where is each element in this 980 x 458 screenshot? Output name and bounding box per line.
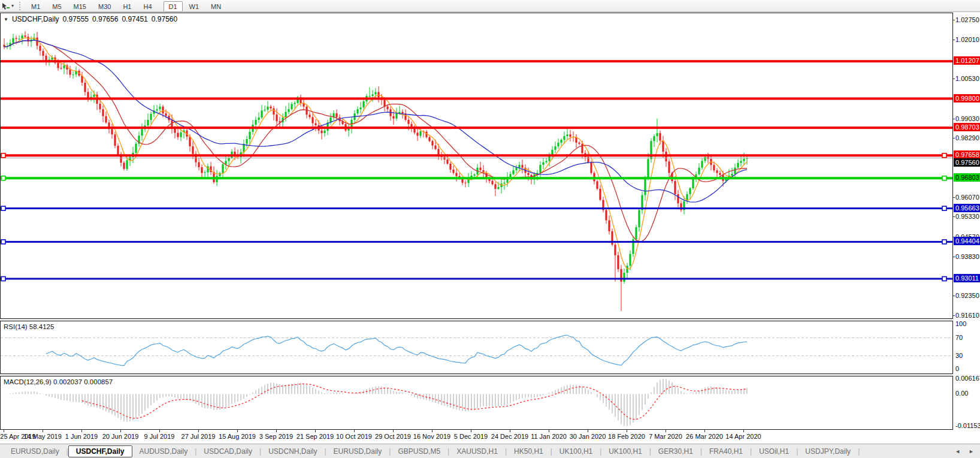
chart-tab-hk50-h1[interactable]: HK50,H1 (507, 446, 551, 457)
chart-tab-ger30-h1[interactable]: GER30,H1 (651, 446, 700, 457)
axis-tick-mark (952, 197, 955, 198)
time-axis-label: 9 Jul 2019 (144, 433, 175, 440)
main-chart-panel[interactable]: ▼ USDCHF,Daily 0.97555 0.97656 0.97451 0… (0, 13, 953, 319)
chart-tab-fra40-h1[interactable]: FRA40,H1 (702, 446, 750, 457)
time-axis-label: 10 Oct 2019 (336, 433, 372, 440)
rsi-canvas[interactable] (1, 321, 952, 373)
chart-tab-usdchf-daily[interactable]: USDCHF,Daily (68, 445, 132, 457)
tab-scroll-controls: ◄ ► (955, 448, 974, 454)
chart-tab-eurusd-daily[interactable]: EURUSD,Daily (326, 446, 389, 457)
hline-price-label[interactable]: 0.95663 (954, 204, 980, 212)
hline-price-label[interactable]: 0.98703 (954, 123, 980, 131)
hline-price-label[interactable]: 0.96803 (954, 173, 980, 182)
chart-tab-usdjpy-daily[interactable]: USDJPY,Daily (798, 446, 858, 457)
time-axis-label: 27 Jul 2019 (182, 433, 216, 440)
crosshair-tool-icon[interactable] (1, 2, 11, 10)
timeframe-button-m5[interactable]: M5 (47, 1, 66, 12)
time-tick-mark (4, 430, 4, 432)
time-axis-label: 14 May 2019 (23, 433, 62, 440)
chart-symbol-label: USDCHF,Daily (12, 15, 59, 23)
main-chart-canvas[interactable] (1, 13, 952, 318)
tab-scroll-left-icon[interactable]: ◄ (955, 448, 960, 454)
tabs-holder: EURUSD,Daily|USDCHF,DailyAUDUSD,Daily|US… (4, 445, 860, 457)
time-axis-label: 1 Jun 2019 (65, 433, 98, 440)
price-axis-tick: 0.99030 (955, 115, 979, 122)
time-tick-mark (549, 430, 549, 432)
rsi-scale-label: 0 (955, 365, 959, 372)
macd-canvas[interactable] (1, 376, 952, 429)
axis-tick-mark (952, 119, 955, 119)
macd-scale-label: -0.011533 (955, 422, 980, 429)
price-axis-tick: 1.00530 (955, 75, 979, 82)
timeframe-button-w1[interactable]: W1 (184, 1, 205, 12)
rsi-scale-label: 100 (955, 320, 966, 327)
price-axis-tick: 0.96070 (955, 194, 979, 201)
time-tick-mark (354, 430, 355, 432)
rsi-line-layer (1, 335, 952, 366)
axis-tick-mark (952, 79, 955, 79)
timeframe-button-m15[interactable]: M15 (68, 1, 92, 12)
time-tick-mark (120, 430, 121, 432)
ohlc-close: 0.97560 (152, 15, 177, 23)
axis-tick-mark (952, 257, 955, 257)
hline-price-label[interactable]: 1.01207 (954, 56, 980, 65)
timeframe-button-m30[interactable]: M30 (93, 1, 116, 12)
chart-tab-audusd-daily[interactable]: AUDUSD,Daily (132, 446, 195, 457)
toolbar-grip[interactable] (19, 2, 22, 10)
ohlc-low: 0.97451 (122, 15, 147, 23)
time-axis-label: 30 Jan 2020 (570, 433, 606, 440)
chart-tab-usoil-h1[interactable]: USOil,H1 (752, 446, 796, 457)
tab-divider: | (858, 447, 860, 456)
time-axis-label: 15 Aug 2019 (219, 433, 256, 440)
chart-tab-usdcnh-daily[interactable]: USDCNH,Daily (261, 446, 324, 457)
time-axis[interactable]: 25 Apr 2019 14 May 2019 1 Jun 2019 20 Ju… (0, 430, 954, 444)
chart-tab-eurusd-daily[interactable]: EURUSD,Daily (4, 446, 66, 457)
timeframe-button-h1[interactable]: H1 (117, 1, 137, 12)
hline-price-label[interactable]: 0.93011 (954, 274, 980, 282)
chart-tab-uk100-h1[interactable]: UK100,H1 (552, 446, 600, 457)
chart-tab-uk100-h1[interactable]: UK100,H1 (601, 446, 649, 457)
time-tick-mark (276, 430, 277, 432)
time-axis-label: 18 Feb 2020 (608, 433, 645, 440)
mt-terminal-window: ▾ M1M5M15M30H1H4D1W1MN ▼ USDCHF,Daily 0.… (0, 0, 980, 458)
rsi-scale-label: 70 (955, 334, 963, 341)
macd-indicator-panel[interactable]: MACD(12,26,9) 0.002037 0.000857 (0, 376, 953, 430)
hline-price-label[interactable]: 0.94404 (954, 237, 980, 245)
price-axis-tick: 0.91610 (955, 312, 979, 319)
chart-tab-xauusd-h1[interactable]: XAUUSD,H1 (449, 446, 505, 457)
ohlc-high: 0.97656 (92, 15, 118, 23)
collapse-arrow-icon[interactable]: ▼ (4, 17, 8, 22)
timeframe-buttons: M1M5M15M30H1H4D1W1MN (25, 1, 227, 11)
rsi-label: RSI(14) 58.4125 (4, 323, 54, 330)
rsi-scale-label: 30 (955, 352, 963, 359)
price-axis-tick: 0.93830 (955, 253, 979, 260)
chart-title: ▼ USDCHF,Daily 0.97555 0.97656 0.97451 0… (4, 15, 177, 23)
timeframe-button-m1[interactable]: M1 (26, 1, 46, 12)
chart-tab-usdcad-daily[interactable]: USDCAD,Daily (196, 446, 259, 457)
timeframe-button-d1[interactable]: D1 (164, 1, 183, 12)
hline-price-label[interactable]: 0.97658 (954, 150, 980, 159)
chevron-down-icon[interactable]: ▾ (11, 3, 14, 8)
rsi-indicator-panel[interactable]: RSI(14) 58.4125 (0, 321, 953, 374)
price-axis[interactable]: 1.02750 1.02010 1.00530 0.99030 0.98290 … (954, 13, 980, 444)
tab-scroll-right-icon[interactable]: ► (969, 448, 974, 454)
price-axis-tick: 0.98290 (955, 134, 979, 141)
hline-price-label[interactable]: 0.99800 (954, 94, 980, 103)
price-axis-tick: 1.02010 (955, 36, 979, 43)
time-tick-mark (81, 430, 82, 432)
axis-tick-mark (952, 20, 955, 20)
time-tick-mark (393, 430, 394, 432)
chart-tab-gbpusd-m5[interactable]: GBPUSD,M5 (391, 446, 447, 457)
axis-tick-mark (952, 138, 955, 138)
time-tick-mark (627, 430, 627, 432)
time-tick-mark (588, 430, 588, 432)
time-axis-label: 3 Sep 2019 (259, 433, 293, 440)
timeframe-button-h4[interactable]: H4 (138, 1, 157, 12)
price-axis-tick: 0.92350 (955, 292, 979, 299)
time-axis-label: 29 Oct 2019 (375, 433, 411, 440)
time-axis-label: 7 Mar 2020 (649, 433, 682, 440)
time-tick-mark (510, 430, 510, 432)
timeframe-button-mn[interactable]: MN (205, 1, 226, 12)
time-tick-mark (315, 430, 316, 432)
price-axis-tick: 1.02750 (955, 16, 979, 23)
